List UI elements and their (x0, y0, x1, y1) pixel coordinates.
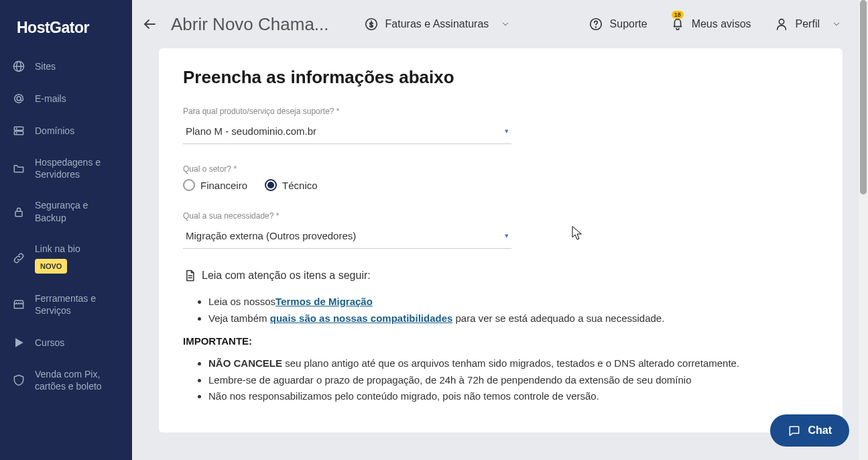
svg-rect-4 (14, 127, 23, 130)
need-select[interactable]: Migração externa (Outros provedores) ▾ (183, 225, 511, 249)
sidebar-label: Ferramentas e Serviços (35, 292, 120, 317)
form-card: Preencha as informações abaixo Para qual… (159, 48, 843, 433)
logo: HostGator (0, 12, 132, 50)
bell-icon (670, 17, 685, 32)
sidebar-label: Domínios (35, 125, 74, 137)
need-label: Qual a sua necessidade? * (183, 211, 818, 221)
main-area: Abrir Novo Chama... Faturas e Assinatura… (132, 0, 868, 460)
sidebar-item-cursos[interactable]: Cursos (0, 327, 132, 359)
info-heading-text: Leia com atenção os itens a seguir: (202, 270, 371, 282)
svg-point-7 (16, 133, 17, 133)
product-label: Para qual produto/serviço deseja suporte… (183, 107, 818, 116)
radio-icon (265, 179, 277, 191)
profile-dropdown[interactable]: Perfil (766, 13, 849, 36)
svg-point-3 (17, 97, 21, 101)
svg-point-12 (595, 27, 596, 27)
store-icon (12, 298, 25, 311)
radio-financeiro[interactable]: Financeiro (183, 179, 247, 191)
info-bullet: NÃO CANCELE seu plano antigo até que os … (208, 356, 818, 371)
sidebar-label: Sites (35, 60, 56, 72)
novo-badge: NOVO (35, 259, 67, 274)
sidebar-label: Link na bio (35, 243, 80, 255)
sidebar-label: Venda com Pix, cartões e boleto (35, 368, 120, 392)
globe-icon (12, 60, 25, 73)
folder-icon (12, 162, 25, 175)
svg-rect-5 (14, 131, 23, 135)
shield-icon (12, 373, 25, 387)
sidebar-label: Cursos (35, 337, 64, 349)
document-icon (183, 269, 196, 282)
chat-button[interactable]: Chat (770, 414, 849, 447)
topbar: Abrir Novo Chama... Faturas e Assinatura… (132, 0, 868, 48)
chevron-down-icon: ▾ (505, 127, 509, 135)
sidebar-label: Segurança e Backup (35, 199, 120, 223)
user-icon (774, 17, 789, 32)
product-value: Plano M - seudominio.com.br (186, 125, 316, 137)
link-icon (12, 251, 25, 265)
invoices-label: Faturas e Assinaturas (385, 18, 489, 30)
chevron-down-icon (832, 19, 841, 29)
info-bullet: Não nos responsabilizamos pelo conteúdo … (208, 389, 818, 404)
form-title: Preencha as informações abaixo (183, 67, 818, 88)
support-link[interactable]: Suporte (580, 13, 656, 36)
back-button[interactable] (137, 12, 162, 36)
sidebar-item-ferramentas[interactable]: Ferramentas e Serviços (0, 283, 132, 326)
sidebar-item-seguranca[interactable]: Segurança e Backup (0, 190, 132, 233)
arrow-left-icon (141, 16, 158, 32)
sidebar-item-emails[interactable]: E-mails (0, 82, 132, 115)
info-bullet: Leia os nossosTermos de Migração (208, 294, 818, 310)
notices-label: Meus avisos (692, 18, 751, 30)
product-select[interactable]: Plano M - seudominio.com.br ▾ (183, 120, 511, 144)
help-icon (588, 17, 603, 32)
sector-label: Qual o setor? * (183, 164, 818, 174)
chat-icon (788, 424, 801, 437)
svg-point-6 (16, 128, 17, 129)
sidebar-item-venda[interactable]: Venda com Pix, cartões e boleto (0, 359, 132, 402)
sidebar-item-sites[interactable]: Sites (0, 50, 132, 82)
sidebar-item-hospedagem[interactable]: Hospedagens e Servidores (0, 147, 132, 190)
support-label: Suporte (610, 18, 647, 30)
termos-link[interactable]: Termos de Migração (275, 296, 373, 307)
sidebar-item-linkbio[interactable]: Link na bio NOVO (0, 233, 132, 283)
lock-icon (12, 205, 25, 219)
at-icon (12, 92, 25, 105)
svg-rect-8 (15, 211, 22, 217)
chevron-down-icon: ▾ (505, 231, 509, 240)
sidebar-item-dominios[interactable]: Domínios (0, 115, 132, 147)
radio-label: Financeiro (200, 180, 247, 191)
scrollbar-thumb[interactable] (860, 0, 867, 194)
sidebar-label: E-mails (35, 93, 66, 105)
play-icon (12, 336, 25, 349)
chat-label: Chat (808, 424, 832, 437)
need-value: Migração externa (Outros provedores) (186, 230, 356, 241)
profile-label: Perfil (796, 18, 820, 30)
sidebar: HostGator Sites E-mails Domínios (0, 0, 132, 460)
scrollbar-track[interactable] (859, 0, 868, 460)
svg-point-13 (779, 19, 784, 24)
notification-badge: 18 (672, 11, 684, 19)
sidebar-label: Hospedagens e Servidores (35, 156, 120, 180)
info-block: Leia com atenção os itens a seguir: Leia… (183, 269, 818, 404)
invoices-dropdown[interactable]: Faturas e Assinaturas (356, 13, 519, 36)
radio-label: Técnico (282, 180, 318, 191)
compat-link[interactable]: quais são as nossas compatibilidades (270, 312, 453, 324)
notices-link[interactable]: 18 Meus avisos (662, 13, 759, 36)
chevron-down-icon (501, 19, 510, 29)
page-title: Abrir Novo Chama... (171, 14, 329, 35)
radio-tecnico[interactable]: Técnico (265, 179, 318, 191)
info-bullet: Veja também quais são as nossas compatib… (208, 311, 818, 327)
info-bullet: Lembre-se de aguardar o prazo de propaga… (208, 373, 818, 388)
server-icon (12, 124, 25, 137)
dollar-icon (364, 17, 379, 32)
radio-icon (183, 179, 195, 191)
importante-label: IMPORTANTE: (183, 335, 818, 347)
